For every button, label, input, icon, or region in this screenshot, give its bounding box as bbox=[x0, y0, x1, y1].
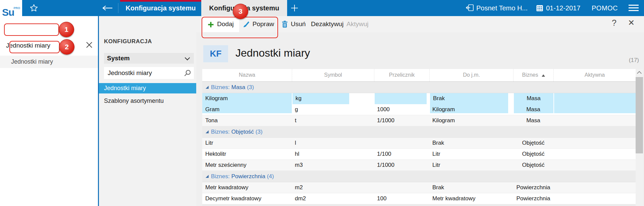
favorites-star-icon[interactable] bbox=[30, 4, 38, 12]
category-dropdown-value: System bbox=[107, 55, 130, 62]
config-search-input[interactable] bbox=[107, 67, 180, 79]
column-header-symbol[interactable]: Symbol bbox=[292, 69, 374, 81]
column-header-aktywna[interactable]: Aktywna bbox=[553, 69, 636, 81]
group-collapse-icon[interactable] bbox=[206, 86, 209, 89]
cell-symbol: l bbox=[292, 138, 348, 149]
tab-konfiguracja-systemu-1[interactable]: Konfiguracja systemu bbox=[120, 0, 201, 16]
chevron-down-icon bbox=[185, 55, 190, 61]
cell-przelicznik bbox=[374, 93, 427, 104]
group-count: (3) bbox=[247, 84, 254, 90]
cell-symbol: t bbox=[292, 115, 348, 126]
logo-sup: PRO bbox=[13, 6, 20, 10]
logo-text: Su bbox=[2, 7, 14, 18]
cell-symbol: kg bbox=[292, 93, 349, 104]
cell-aktywna bbox=[553, 160, 636, 180]
column-header-nazwa[interactable]: Nazwa bbox=[202, 69, 292, 81]
cell-biznes: Powierzchnia bbox=[513, 193, 553, 206]
table-header: NazwaSymbolPrzelicznikDo j.m.BiznesAktyw… bbox=[202, 69, 636, 82]
scrollbar-thumb[interactable] bbox=[636, 77, 643, 153]
table-row[interactable]: Metr sześciennym31/1000LitrObjętość bbox=[202, 160, 636, 171]
cell-przelicznik: 1/100 bbox=[374, 149, 426, 160]
table-row[interactable]: LitrlBrakObjętość bbox=[202, 138, 636, 149]
table-row[interactable]: Metr kwadratowym2BrakPowierzchnia bbox=[202, 182, 636, 193]
cell-przelicznik: 1/1000 bbox=[374, 160, 426, 171]
add-button[interactable]: Dodaj bbox=[202, 16, 239, 32]
cell-dojm: Kilogram bbox=[429, 115, 507, 135]
record-count: (17) bbox=[629, 57, 639, 64]
cell-przelicznik: 1000 bbox=[374, 104, 426, 115]
cell-przelicznik: 100 bbox=[374, 193, 426, 204]
delete-button[interactable]: Usuń bbox=[282, 16, 306, 32]
global-search-panel: Jednostki miary bbox=[0, 16, 98, 206]
cell-przelicznik bbox=[374, 182, 426, 193]
group-row[interactable]: Biznes:Masa(3) bbox=[202, 82, 636, 93]
column-header-do-j-m-[interactable]: Do j.m. bbox=[429, 69, 513, 81]
current-date[interactable]: 01-12-2017 bbox=[546, 0, 580, 16]
config-item[interactable]: Szablony asortymentu bbox=[99, 96, 196, 106]
deactivate-button[interactable]: Dezaktywuj bbox=[311, 16, 343, 32]
help-menu[interactable]: POMOC bbox=[592, 0, 618, 16]
table-row[interactable]: Hektolitrhl1/100LitrObjętość bbox=[202, 149, 636, 160]
cell-symbol: m3 bbox=[292, 160, 348, 171]
search-icon[interactable] bbox=[184, 69, 191, 77]
calendar-icon[interactable] bbox=[536, 4, 543, 12]
close-search-icon[interactable] bbox=[86, 42, 93, 48]
toolbar-help-icon[interactable]: ? bbox=[612, 18, 616, 28]
fiscal-printer-icon[interactable] bbox=[466, 4, 474, 12]
tab-accent-stripe bbox=[120, 0, 201, 2]
panel-title: KONFIGURACJA bbox=[104, 38, 152, 45]
group-value: Masa bbox=[231, 84, 246, 90]
cell-przelicznik bbox=[374, 138, 426, 149]
device-name[interactable]: Posnet Temo H... bbox=[476, 0, 528, 16]
table-body: Biznes:Masa(3)KilogramkgBrakMasaGramg100… bbox=[202, 82, 636, 204]
group-count: (3) bbox=[256, 129, 263, 135]
annotation-badge-2: 2 bbox=[59, 39, 74, 55]
cell-symbol: m2 bbox=[292, 182, 348, 193]
activate-button-disabled[interactable]: Aktywuj bbox=[346, 16, 368, 32]
units-table: NazwaSymbolPrzelicznikDo j.m.BiznesAktyw… bbox=[202, 69, 636, 206]
top-bar: SuPRO Konfiguracja systemu Konfiguracja … bbox=[0, 0, 644, 16]
config-item-label: Szablony asortymentu bbox=[104, 97, 164, 104]
tab-label: Konfiguracja systemu bbox=[126, 4, 196, 12]
column-header-label: Nazwa bbox=[239, 72, 255, 78]
search-result-label: Jednostki miary bbox=[11, 58, 53, 65]
app-logo[interactable]: SuPRO bbox=[0, 0, 22, 16]
search-result-item[interactable]: Jednostki miary bbox=[0, 56, 98, 68]
table-row[interactable]: Tonat1/1000KilogramMasa bbox=[202, 115, 636, 126]
table-row[interactable]: Decymetr kwadratowydm2100Metr kwadratowy… bbox=[202, 193, 636, 204]
group-field-label: Biznes: bbox=[211, 129, 230, 135]
config-item[interactable]: Jednostki miary bbox=[99, 83, 196, 93]
column-header-label: Aktywna bbox=[585, 72, 605, 78]
edit-button[interactable]: Popraw bbox=[239, 16, 277, 32]
column-header-label: Symbol bbox=[324, 72, 342, 78]
sort-ascending-icon bbox=[542, 74, 545, 77]
group-count: (4) bbox=[267, 173, 274, 180]
vertical-scrollbar[interactable] bbox=[636, 69, 643, 206]
group-value: Powierzchnia bbox=[231, 173, 265, 180]
cell-aktywna bbox=[553, 115, 636, 135]
scroll-up-arrow-icon[interactable] bbox=[637, 71, 642, 76]
activate-button-label: Aktywuj bbox=[346, 20, 368, 27]
group-field-label: Biznes: bbox=[211, 173, 230, 180]
table-row[interactable]: KilogramkgBrakMasa bbox=[202, 93, 636, 104]
module-badge: KF bbox=[203, 45, 228, 62]
new-tab-plus-icon[interactable] bbox=[290, 4, 299, 12]
back-arrow-icon[interactable] bbox=[102, 5, 113, 11]
table-row[interactable]: Gramg1000KilogramMasa bbox=[202, 104, 636, 115]
cell-nazwa: Decymetr kwadratowy bbox=[202, 193, 292, 206]
group-collapse-icon[interactable] bbox=[206, 175, 209, 178]
column-header-biznes[interactable]: Biznes bbox=[513, 69, 553, 81]
configuration-panel: KONFIGURACJA System Jednostki miarySzabl… bbox=[99, 16, 196, 206]
cell-przelicznik: 1/1000 bbox=[374, 115, 426, 126]
deactivate-button-label: Dezaktywuj bbox=[311, 20, 343, 27]
toolbar-close-icon[interactable]: ✕ bbox=[628, 18, 635, 27]
hamburger-menu-icon[interactable] bbox=[629, 5, 639, 11]
annotation-badge-1: 1 bbox=[59, 22, 74, 37]
column-header-przelicznik[interactable]: Przelicznik bbox=[374, 69, 429, 81]
column-header-label: Przelicznik bbox=[389, 72, 415, 78]
category-dropdown[interactable]: System bbox=[104, 53, 194, 64]
annotation-badge-3: 3 bbox=[233, 4, 248, 19]
group-collapse-icon[interactable] bbox=[206, 130, 209, 133]
cell-dojm: Metr kwadratowy bbox=[429, 193, 507, 206]
page-title: Jednostki miary bbox=[235, 47, 310, 59]
